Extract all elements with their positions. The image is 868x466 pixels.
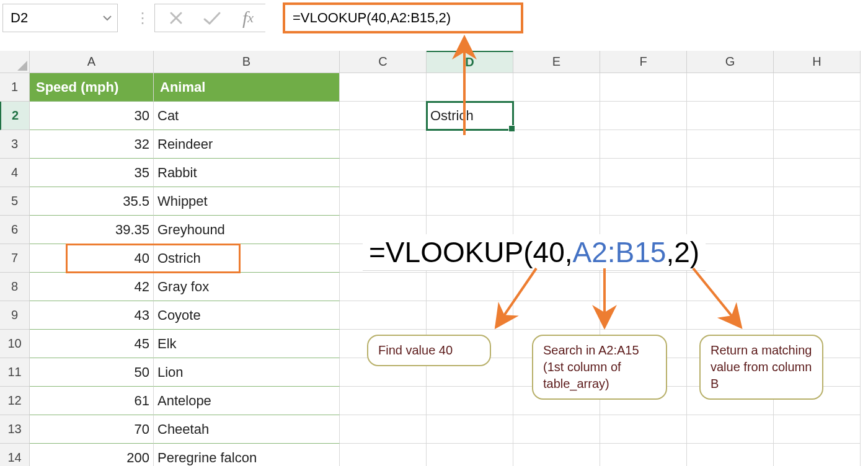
cell-E9[interactable] xyxy=(513,301,600,330)
formula-input[interactable] xyxy=(291,9,515,27)
cell-E4[interactable] xyxy=(513,159,600,187)
row-header-9[interactable]: 9 xyxy=(0,301,30,330)
row-header-6[interactable]: 6 xyxy=(0,216,30,244)
cell-D2[interactable]: Ostrich xyxy=(427,102,513,130)
cell-E1[interactable] xyxy=(513,73,600,102)
cell-A11[interactable]: 50 xyxy=(30,358,154,387)
cell-D3[interactable] xyxy=(427,130,513,159)
row-header-10[interactable]: 10 xyxy=(0,330,30,358)
cell-B14[interactable]: Peregrine falcon xyxy=(154,444,340,466)
cell-B13[interactable]: Cheetah xyxy=(154,415,340,444)
col-header-H[interactable]: H xyxy=(774,51,861,73)
cell-G8[interactable] xyxy=(687,273,774,301)
select-all-corner[interactable] xyxy=(0,51,30,73)
cell-C9[interactable] xyxy=(340,301,427,330)
cell-D4[interactable] xyxy=(427,159,513,187)
cell-B5[interactable]: Whippet xyxy=(154,187,340,216)
cell-F3[interactable] xyxy=(600,130,687,159)
cell-C8[interactable] xyxy=(340,273,427,301)
row-header-5[interactable]: 5 xyxy=(0,187,30,216)
cell-H1[interactable] xyxy=(774,73,861,102)
cell-E5[interactable] xyxy=(513,187,600,216)
cell-H7[interactable] xyxy=(774,244,861,273)
cell-A6[interactable]: 39.35 xyxy=(30,216,154,244)
cell-A7[interactable]: 40 xyxy=(30,244,154,273)
cell-A13[interactable]: 70 xyxy=(30,415,154,444)
cell-G14[interactable] xyxy=(687,444,774,466)
cell-A2[interactable]: 30 xyxy=(30,102,154,130)
cell-B6[interactable]: Greyhound xyxy=(154,216,340,244)
cell-D12[interactable] xyxy=(427,387,513,415)
cell-B11[interactable]: Lion xyxy=(154,358,340,387)
cell-E3[interactable] xyxy=(513,130,600,159)
cell-B4[interactable]: Rabbit xyxy=(154,159,340,187)
cell-A14[interactable]: 200 xyxy=(30,444,154,466)
row-header-13[interactable]: 13 xyxy=(0,415,30,444)
cell-H3[interactable] xyxy=(774,130,861,159)
cell-F9[interactable] xyxy=(600,301,687,330)
cell-D5[interactable] xyxy=(427,187,513,216)
col-header-A[interactable]: A xyxy=(30,51,154,73)
cell-C12[interactable] xyxy=(340,387,427,415)
name-box-input[interactable] xyxy=(3,4,97,32)
cell-A5[interactable]: 35.5 xyxy=(30,187,154,216)
cell-C13[interactable] xyxy=(340,415,427,444)
name-box-dropdown[interactable] xyxy=(97,4,117,32)
cell-G4[interactable] xyxy=(687,159,774,187)
cell-H14[interactable] xyxy=(774,444,861,466)
cell-E8[interactable] xyxy=(513,273,600,301)
cell-D1[interactable] xyxy=(427,73,513,102)
col-header-F[interactable]: F xyxy=(600,51,687,73)
cell-B2[interactable]: Cat xyxy=(154,102,340,130)
row-header-8[interactable]: 8 xyxy=(0,273,30,301)
cell-B3[interactable]: Reindeer xyxy=(154,130,340,159)
row-header-7[interactable]: 7 xyxy=(0,244,30,273)
cell-C3[interactable] xyxy=(340,130,427,159)
cell-D14[interactable] xyxy=(427,444,513,466)
cell-B9[interactable]: Coyote xyxy=(154,301,340,330)
cell-H5[interactable] xyxy=(774,187,861,216)
cell-E14[interactable] xyxy=(513,444,600,466)
insert-function-button[interactable]: fx xyxy=(231,4,265,32)
cell-G2[interactable] xyxy=(687,102,774,130)
cell-B10[interactable]: Elk xyxy=(154,330,340,358)
cell-F8[interactable] xyxy=(600,273,687,301)
cell-H8[interactable] xyxy=(774,273,861,301)
cell-E13[interactable] xyxy=(513,415,600,444)
row-header-3[interactable]: 3 xyxy=(0,130,30,159)
cell-A9[interactable]: 43 xyxy=(30,301,154,330)
row-header-1[interactable]: 1 xyxy=(0,73,30,102)
cell-E2[interactable] xyxy=(513,102,600,130)
cell-C14[interactable] xyxy=(340,444,427,466)
cell-H9[interactable] xyxy=(774,301,861,330)
cell-F5[interactable] xyxy=(600,187,687,216)
cell-D8[interactable] xyxy=(427,273,513,301)
cell-F1[interactable] xyxy=(600,73,687,102)
cell-H2[interactable] xyxy=(774,102,861,130)
row-header-14[interactable]: 14 xyxy=(0,444,30,466)
cell-C2[interactable] xyxy=(340,102,427,130)
row-header-11[interactable]: 11 xyxy=(0,358,30,387)
cell-F2[interactable] xyxy=(600,102,687,130)
cell-B12[interactable]: Antelope xyxy=(154,387,340,415)
col-header-E[interactable]: E xyxy=(513,51,600,73)
row-header-12[interactable]: 12 xyxy=(0,387,30,415)
cell-A8[interactable]: 42 xyxy=(30,273,154,301)
cell-A1[interactable]: Speed (mph) xyxy=(30,73,154,102)
cell-F13[interactable] xyxy=(600,415,687,444)
name-box[interactable] xyxy=(2,4,118,32)
cell-A3[interactable]: 32 xyxy=(30,130,154,159)
cell-A10[interactable]: 45 xyxy=(30,330,154,358)
cell-H13[interactable] xyxy=(774,415,861,444)
cell-C5[interactable] xyxy=(340,187,427,216)
cell-D9[interactable] xyxy=(427,301,513,330)
cell-C4[interactable] xyxy=(340,159,427,187)
enter-icon[interactable] xyxy=(195,4,229,32)
cell-F14[interactable] xyxy=(600,444,687,466)
cell-B1[interactable]: Animal xyxy=(154,73,340,102)
cell-B7[interactable]: Ostrich xyxy=(154,244,340,273)
cell-A4[interactable]: 35 xyxy=(30,159,154,187)
cell-H4[interactable] xyxy=(774,159,861,187)
cell-G9[interactable] xyxy=(687,301,774,330)
cell-A12[interactable]: 61 xyxy=(30,387,154,415)
